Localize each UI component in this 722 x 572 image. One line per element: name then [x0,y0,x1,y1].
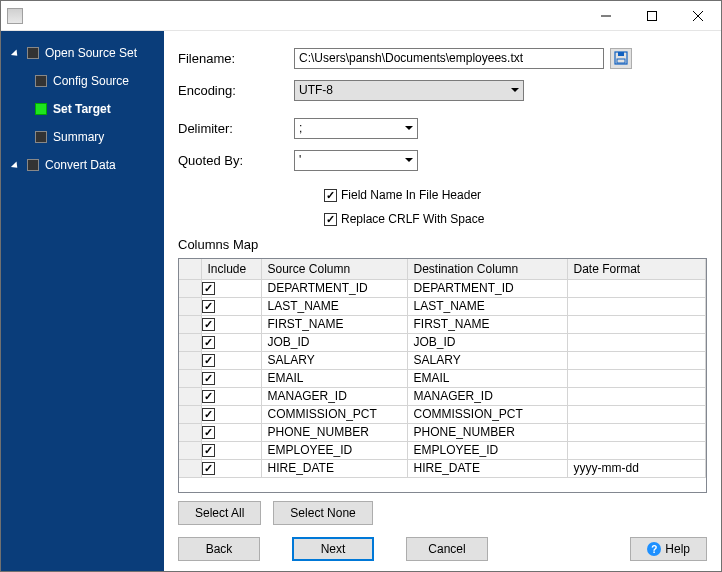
cell-source[interactable]: JOB_ID [261,333,407,351]
cell-dest[interactable]: PHONE_NUMBER [407,423,567,441]
row-header[interactable] [179,369,201,387]
row-header[interactable] [179,459,201,477]
replace-crlf-checkbox[interactable] [324,213,337,226]
cell-fmt[interactable] [567,279,706,297]
cell-source[interactable]: EMPLOYEE_ID [261,441,407,459]
table-row[interactable]: SALARYSALARY [179,351,706,369]
col-header-include[interactable]: Include [201,259,261,279]
table-row[interactable]: EMAILEMAIL [179,369,706,387]
col-header-dest[interactable]: Destination Column [407,259,567,279]
cell-fmt[interactable] [567,423,706,441]
include-checkbox[interactable] [202,300,215,313]
cell-fmt[interactable] [567,387,706,405]
include-checkbox[interactable] [202,408,215,421]
cell-fmt[interactable] [567,297,706,315]
next-button[interactable]: Next [292,537,374,561]
save-file-button[interactable] [610,48,632,69]
cell-source[interactable]: MANAGER_ID [261,387,407,405]
step-box-icon [27,159,39,171]
table-row[interactable]: COMMISSION_PCTCOMMISSION_PCT [179,405,706,423]
include-checkbox[interactable] [202,372,215,385]
table-row[interactable]: LAST_NAMELAST_NAME [179,297,706,315]
cell-source[interactable]: FIRST_NAME [261,315,407,333]
table-row[interactable]: PHONE_NUMBERPHONE_NUMBER [179,423,706,441]
cell-source[interactable]: LAST_NAME [261,297,407,315]
chevron-down-icon [405,126,413,130]
maximize-button[interactable] [629,1,675,31]
cell-fmt[interactable] [567,441,706,459]
cell-dest[interactable]: JOB_ID [407,333,567,351]
step-box-icon [27,47,39,59]
tree-toggle-icon[interactable] [11,160,21,170]
quoted-select[interactable]: ' [294,150,418,171]
include-checkbox[interactable] [202,336,215,349]
sidebar-item-open-source-set[interactable]: Open Source Set [1,39,164,67]
cell-dest[interactable]: HIRE_DATE [407,459,567,477]
cell-source[interactable]: HIRE_DATE [261,459,407,477]
cell-dest[interactable]: MANAGER_ID [407,387,567,405]
cell-fmt[interactable] [567,405,706,423]
cell-source[interactable]: SALARY [261,351,407,369]
sidebar-item-label: Open Source Set [45,46,137,60]
cell-fmt[interactable] [567,333,706,351]
delimiter-select[interactable]: ; [294,118,418,139]
chevron-down-icon [405,158,413,162]
table-row[interactable]: MANAGER_IDMANAGER_ID [179,387,706,405]
cell-dest[interactable]: FIRST_NAME [407,315,567,333]
cell-fmt[interactable] [567,369,706,387]
sidebar-item-config-source[interactable]: Config Source [1,67,164,95]
sidebar-item-summary[interactable]: Summary [1,123,164,151]
include-checkbox[interactable] [202,354,215,367]
sidebar-item-convert-data[interactable]: Convert Data [1,151,164,179]
include-checkbox[interactable] [202,444,215,457]
include-checkbox[interactable] [202,282,215,295]
table-row[interactable]: JOB_IDJOB_ID [179,333,706,351]
filename-input[interactable] [294,48,604,69]
row-header[interactable] [179,351,201,369]
cell-source[interactable]: PHONE_NUMBER [261,423,407,441]
cell-dest[interactable]: EMAIL [407,369,567,387]
cell-source[interactable]: EMAIL [261,369,407,387]
select-all-button[interactable]: Select All [178,501,261,525]
row-header[interactable] [179,441,201,459]
svg-rect-6 [617,59,625,63]
cell-fmt[interactable]: yyyy-mm-dd [567,459,706,477]
row-header[interactable] [179,333,201,351]
row-header[interactable] [179,297,201,315]
cell-source[interactable]: DEPARTMENT_ID [261,279,407,297]
table-row[interactable]: DEPARTMENT_IDDEPARTMENT_ID [179,279,706,297]
help-button[interactable]: ? Help [630,537,707,561]
include-checkbox[interactable] [202,462,215,475]
row-header[interactable] [179,279,201,297]
table-row[interactable]: HIRE_DATEHIRE_DATEyyyy-mm-dd [179,459,706,477]
cell-dest[interactable]: EMPLOYEE_ID [407,441,567,459]
tree-toggle-icon[interactable] [11,48,21,58]
cell-source[interactable]: COMMISSION_PCT [261,405,407,423]
minimize-button[interactable] [583,1,629,31]
cell-dest[interactable]: COMMISSION_PCT [407,405,567,423]
field-header-checkbox[interactable] [324,189,337,202]
row-header[interactable] [179,405,201,423]
table-row[interactable]: EMPLOYEE_IDEMPLOYEE_ID [179,441,706,459]
select-none-button[interactable]: Select None [273,501,372,525]
cell-dest[interactable]: LAST_NAME [407,297,567,315]
row-header[interactable] [179,423,201,441]
cell-dest[interactable]: SALARY [407,351,567,369]
row-header[interactable] [179,387,201,405]
col-header-fmt[interactable]: Date Format [567,259,706,279]
include-checkbox[interactable] [202,390,215,403]
row-header[interactable] [179,315,201,333]
columns-map-grid[interactable]: Include Source Column Destination Column… [178,258,707,493]
include-checkbox[interactable] [202,426,215,439]
include-checkbox[interactable] [202,318,215,331]
col-header-source[interactable]: Source Column [261,259,407,279]
cell-fmt[interactable] [567,351,706,369]
cell-dest[interactable]: DEPARTMENT_ID [407,279,567,297]
encoding-select[interactable]: UTF-8 [294,80,524,101]
sidebar-item-set-target[interactable]: Set Target [1,95,164,123]
back-button[interactable]: Back [178,537,260,561]
table-row[interactable]: FIRST_NAMEFIRST_NAME [179,315,706,333]
close-button[interactable] [675,1,721,31]
cancel-button[interactable]: Cancel [406,537,488,561]
cell-fmt[interactable] [567,315,706,333]
